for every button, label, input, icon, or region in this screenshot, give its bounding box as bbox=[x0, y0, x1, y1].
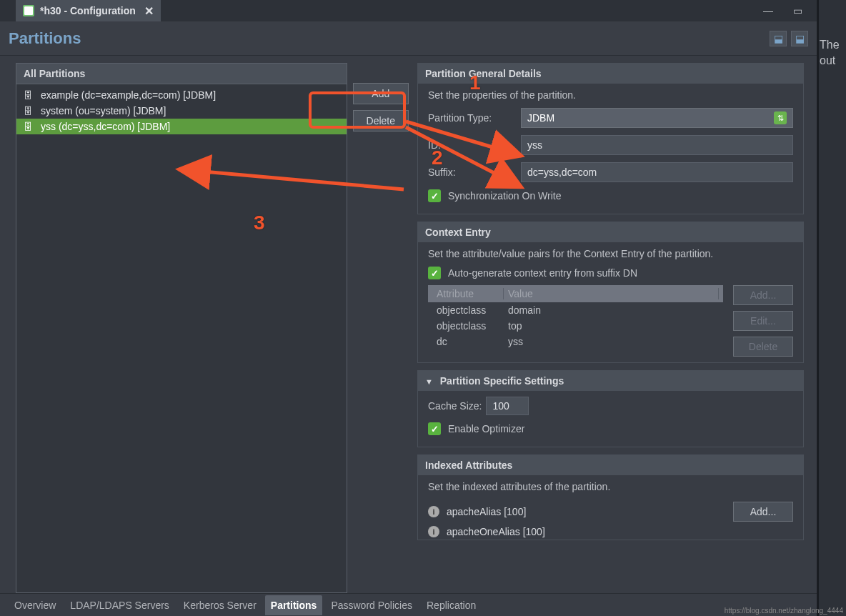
tray-icon-1[interactable]: ⬓ bbox=[770, 31, 787, 46]
indexed-attributes-header: Indexed Attributes bbox=[418, 455, 803, 475]
collapse-icon: ▼ bbox=[425, 377, 433, 386]
tab-kerberos[interactable]: Kerberos Server bbox=[178, 595, 262, 615]
tab-ldap[interactable]: LDAP/LDAPS Servers bbox=[64, 595, 175, 615]
suffix-field[interactable]: dc=yss,dc=com bbox=[521, 162, 793, 182]
id-label: ID: bbox=[428, 139, 521, 151]
partition-list[interactable]: example (dc=example,dc=com) [JDBM] syste… bbox=[16, 84, 347, 593]
table-row[interactable]: objectclassdomain bbox=[428, 302, 723, 318]
specific-settings-header[interactable]: ▼ Partition Specific Settings bbox=[418, 371, 803, 391]
general-desc: Set the properties of the partition. bbox=[428, 89, 793, 101]
tray-icon-2[interactable]: ⬓ bbox=[791, 31, 808, 46]
info-icon: i bbox=[428, 526, 439, 537]
autogen-checkbox[interactable]: ✓ bbox=[428, 267, 441, 279]
add-partition-button[interactable]: Add bbox=[353, 83, 409, 104]
indexed-item[interactable]: i apacheAlias [100] Add... bbox=[418, 500, 803, 524]
right-text: The out bbox=[820, 37, 840, 69]
page-title: Partitions bbox=[9, 29, 81, 48]
maximize-icon[interactable]: ▭ bbox=[793, 5, 802, 16]
indexed-add-button[interactable]: Add... bbox=[733, 502, 793, 522]
tab-title: *h30 - Configuration bbox=[40, 5, 136, 16]
close-icon[interactable]: ✕ bbox=[144, 4, 154, 18]
table-row[interactable]: objectclasstop bbox=[428, 318, 723, 334]
partition-icon bbox=[24, 105, 35, 116]
table-row[interactable]: dcyss bbox=[428, 334, 723, 349]
watermark: https://blog.csdn.net/zhanglong_4444 bbox=[725, 607, 843, 615]
minimize-icon[interactable]: — bbox=[763, 5, 773, 16]
delete-partition-button[interactable]: Delete bbox=[353, 110, 409, 131]
partition-item-yss[interactable]: yss (dc=yss,dc=com) [JDBM] bbox=[16, 119, 347, 134]
suffix-label: Suffix: bbox=[428, 167, 521, 178]
cache-size-field[interactable]: 100 bbox=[486, 397, 529, 415]
indexed-desc: Set the indexed attributes of the partit… bbox=[428, 481, 793, 492]
id-field[interactable]: yss bbox=[521, 135, 793, 155]
context-edit-button[interactable]: Edit... bbox=[733, 311, 793, 331]
chevron-updown-icon: ⇅ bbox=[774, 111, 787, 124]
partition-item-example[interactable]: example (dc=example,dc=com) [JDBM] bbox=[16, 87, 347, 103]
context-table: Attribute Value objectclassdomain object… bbox=[428, 285, 723, 357]
context-add-button[interactable]: Add... bbox=[733, 285, 793, 305]
partition-type-select[interactable]: JDBM ⇅ bbox=[521, 108, 793, 128]
tab-partitions[interactable]: Partitions bbox=[265, 595, 323, 615]
context-delete-button[interactable]: Delete bbox=[733, 337, 793, 357]
th-value: Value bbox=[504, 288, 719, 299]
right-sidebar bbox=[818, 0, 846, 616]
tab-overview[interactable]: Overview bbox=[9, 595, 61, 615]
partition-type-label: Partition Type: bbox=[428, 112, 521, 124]
optimizer-checkbox[interactable]: ✓ bbox=[428, 422, 441, 435]
cache-size-label: Cache Size: bbox=[428, 400, 482, 412]
bottom-tabs: Overview LDAP/LDAPS Servers Kerberos Ser… bbox=[0, 593, 817, 616]
page-header: Partitions ⬓ ⬓ bbox=[0, 21, 817, 56]
config-file-icon bbox=[23, 5, 34, 16]
all-partitions-title: All Partitions bbox=[16, 63, 347, 84]
tab-password[interactable]: Password Policies bbox=[325, 595, 418, 615]
tab-bar: *h30 - Configuration ✕ — ▭ bbox=[0, 0, 817, 21]
sync-label: Synchronization On Write bbox=[448, 190, 561, 202]
info-icon: i bbox=[428, 506, 439, 517]
tab-replication[interactable]: Replication bbox=[421, 595, 482, 615]
sync-checkbox[interactable]: ✓ bbox=[428, 189, 441, 202]
indexed-item[interactable]: i apacheOneAlias [100] bbox=[418, 524, 803, 540]
context-entry-header: Context Entry bbox=[418, 222, 803, 242]
general-details-header: Partition General Details bbox=[418, 64, 803, 84]
partition-icon bbox=[24, 89, 35, 101]
th-attribute: Attribute bbox=[432, 288, 504, 299]
window-controls: — ▭ bbox=[763, 5, 817, 16]
autogen-label: Auto-generate context entry from suffix … bbox=[448, 267, 637, 279]
partition-item-system[interactable]: system (ou=system) [JDBM] bbox=[16, 103, 347, 119]
context-desc: Set the attribute/value pairs for the Co… bbox=[428, 248, 793, 259]
editor-tab[interactable]: *h30 - Configuration ✕ bbox=[16, 0, 161, 21]
partition-icon bbox=[24, 121, 35, 132]
optimizer-label: Enable Optimizer bbox=[448, 423, 524, 434]
